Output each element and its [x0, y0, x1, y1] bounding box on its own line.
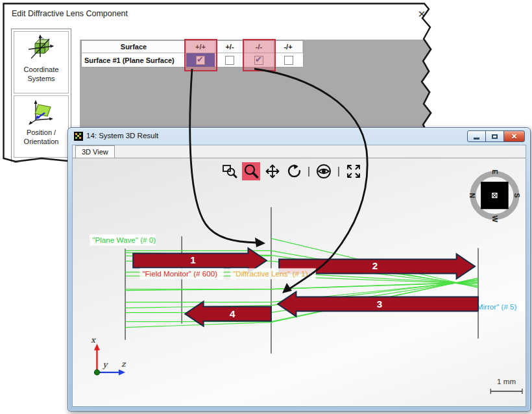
cell-mp: [274, 53, 303, 67]
rotate-icon[interactable]: [285, 162, 303, 180]
close-icon[interactable]: ✕: [415, 8, 428, 21]
svg-text:z: z: [121, 359, 127, 369]
column-header-pm: +/-: [215, 41, 245, 53]
svg-text:W: W: [491, 215, 499, 223]
close-icon: ✕: [511, 132, 517, 141]
svg-text:S: S: [513, 193, 521, 197]
toolbar-separator: [338, 167, 339, 177]
table-row-surface-name: Surface #1 (Plane Surface): [82, 53, 186, 67]
zoom-window-icon[interactable]: [221, 162, 239, 180]
axes-indicator: x y z: [91, 335, 127, 376]
column-header-mp: -/+: [274, 41, 303, 53]
tab-bar: 3D View: [73, 145, 526, 158]
sidebar-item-position-orientation[interactable]: Position / Orientation: [14, 95, 69, 158]
plane-wave-label: "Plane Wave" (# 0): [90, 234, 156, 245]
tab-3d-view[interactable]: 3D View: [75, 145, 115, 158]
fit-to-screen-icon[interactable]: [345, 162, 363, 180]
highlight-box-mm-column: [243, 39, 276, 71]
toolbar-separator: [308, 167, 309, 177]
scale-bar: 1 mm: [490, 378, 522, 394]
maximize-icon: [492, 134, 498, 139]
window-controls: ✕: [468, 130, 525, 142]
zoom-icon[interactable]: [242, 162, 260, 180]
dialog-sidebar: Coordinate Systems Position / Orientatio…: [11, 29, 71, 163]
pan-icon[interactable]: [263, 162, 282, 180]
svg-text:N: N: [468, 193, 476, 198]
minimize-icon: [474, 138, 479, 140]
3d-scene: "Ideal Plane Mirror" (# 5) 1 2 3 4: [73, 158, 526, 406]
minimize-button[interactable]: [467, 130, 486, 142]
compass-widget[interactable]: E S W N: [468, 169, 521, 223]
sidebar-item-label: Position / Orientation: [14, 128, 68, 147]
view-eye-icon[interactable]: [315, 162, 333, 180]
svg-text:"Diffractive Lens" (# 1): "Diffractive Lens" (# 1): [233, 271, 308, 278]
system-3d-result-window: 14: System 3D Result ✕ 3D View: [67, 127, 531, 411]
field-monitor-label: "Field Monitor" (# 600): [139, 268, 224, 279]
3d-viewport: "Ideal Plane Mirror" (# 5) 1 2 3 4: [73, 158, 526, 406]
svg-text:1 mm: 1 mm: [497, 378, 516, 385]
position-orientation-icon: [27, 116, 56, 127]
coordinate-systems-icon: [27, 53, 56, 64]
sidebar-item-label: Coordinate Systems: [14, 66, 68, 84]
svg-text:"Plane Wave" (# 0): "Plane Wave" (# 0): [92, 236, 156, 244]
close-button[interactable]: ✕: [503, 130, 525, 142]
svg-text:x: x: [91, 335, 96, 345]
diffractive-lens-label: "Diffractive Lens" (# 1): [230, 268, 316, 279]
highlight-box-pp-column: [184, 39, 217, 71]
svg-text:4: 4: [230, 308, 236, 319]
svg-text:2: 2: [372, 261, 378, 272]
window-title: 14: System 3D Result: [86, 132, 158, 140]
checkbox-mp[interactable]: [284, 56, 293, 65]
checkbox-pm[interactable]: [225, 56, 234, 65]
window-client-area: 3D View: [72, 145, 526, 407]
svg-text:y: y: [103, 360, 109, 369]
svg-text:1: 1: [190, 254, 195, 265]
dialog-title: Edit Diffractive Lens Component: [12, 9, 128, 18]
ray-bundle: [125, 238, 478, 327]
svg-text:E: E: [491, 169, 499, 174]
cell-pm: [215, 53, 245, 67]
window-icon: [74, 132, 83, 141]
view-toolbar: [221, 162, 363, 180]
svg-text:"Field Monitor" (# 600): "Field Monitor" (# 600): [142, 271, 217, 278]
surface-lines: [125, 207, 478, 354]
column-header-surface: Surface: [82, 41, 186, 53]
sidebar-item-coordinate-systems[interactable]: Coordinate Systems: [14, 31, 69, 93]
maximize-button[interactable]: [485, 130, 504, 142]
svg-text:3: 3: [377, 298, 382, 310]
